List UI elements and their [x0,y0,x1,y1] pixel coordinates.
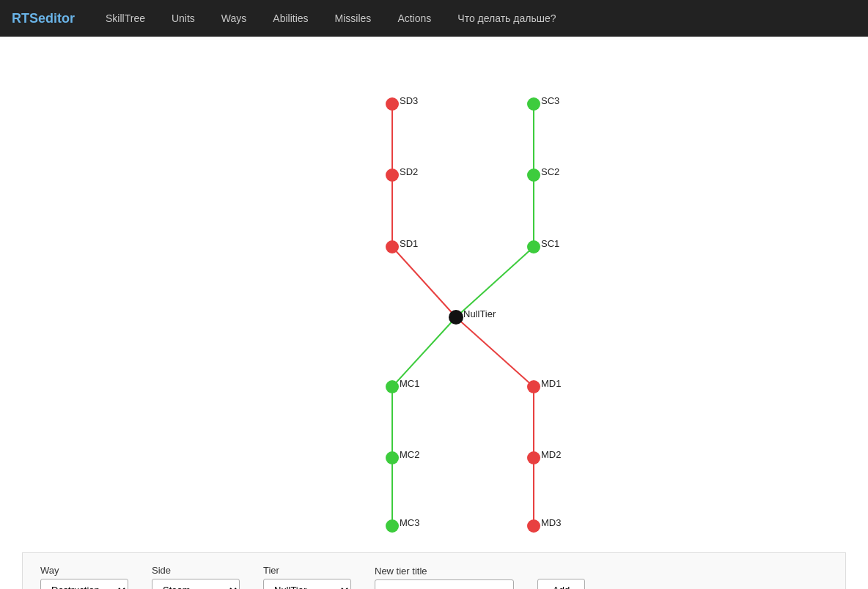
add-button[interactable]: Add [537,579,585,589]
tier-label: Tier [263,565,351,576]
nav-units[interactable]: Units [167,10,199,27]
tier-field: Tier NullTier [263,565,351,589]
panel-row: Way Destruction Side Steam Tier NullTier… [40,565,828,589]
svg-text:NullTier: NullTier [463,308,496,319]
svg-text:SD3: SD3 [400,95,418,106]
svg-point-34 [527,451,540,464]
svg-line-6 [392,317,456,387]
new-tier-label: New tier title [375,566,514,577]
navbar: RTSeditor SkillTree Units Ways Abilities… [0,0,868,37]
nav-abilities[interactable]: Abilities [268,10,312,27]
svg-point-22 [527,168,540,182]
svg-text:SD2: SD2 [400,166,418,177]
svg-point-28 [386,451,399,464]
way-field: Way Destruction [40,565,128,589]
svg-point-30 [386,519,399,533]
svg-point-26 [386,380,399,393]
svg-line-9 [456,317,534,387]
svg-line-5 [456,247,534,317]
svg-text:SD1: SD1 [400,238,418,249]
svg-text:SC3: SC3 [541,95,559,106]
graph-svg: NullTierSD3SD2SD1SC3SC2SC1MC1MC2MC3MD1MD… [0,37,868,552]
svg-text:MC3: MC3 [400,517,419,528]
way-select[interactable]: Destruction [40,579,128,589]
new-tier-input[interactable] [375,579,514,589]
svg-text:MD2: MD2 [541,449,561,460]
bottom-panel: Way Destruction Side Steam Tier NullTier… [22,552,846,589]
svg-text:MD3: MD3 [541,517,561,528]
nav-ways[interactable]: Ways [217,10,251,27]
way-label: Way [40,565,128,576]
svg-line-2 [392,247,456,317]
side-select[interactable]: Steam [152,579,240,589]
nav-missiles[interactable]: Missiles [331,10,376,27]
side-field: Side Steam [152,565,240,589]
svg-text:MC1: MC1 [400,378,419,389]
nav-actions[interactable]: Actions [393,10,435,27]
svg-point-24 [527,240,540,253]
svg-point-32 [527,380,540,393]
graph-area: NullTierSD3SD2SD1SC3SC2SC1MC1MC2MC3MD1MD… [0,37,868,552]
tier-select[interactable]: NullTier [263,579,351,589]
side-label: Side [152,565,240,576]
svg-point-12 [449,310,463,325]
svg-text:MC2: MC2 [400,449,419,460]
nav-what-next[interactable]: Что делать дальше? [453,10,560,27]
svg-point-18 [386,240,399,253]
nav-skilltree[interactable]: SkillTree [101,10,150,27]
svg-point-36 [527,519,540,533]
svg-point-16 [386,168,399,182]
svg-text:SC1: SC1 [541,238,559,249]
svg-point-14 [386,97,399,111]
svg-text:SC2: SC2 [541,166,559,177]
svg-text:MD1: MD1 [541,378,561,389]
svg-point-20 [527,97,540,111]
app-logo: RTSeditor [12,11,75,26]
new-tier-field: New tier title [375,566,514,589]
